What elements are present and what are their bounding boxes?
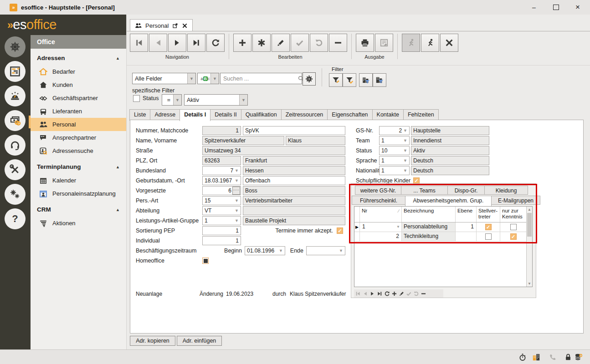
- nur-zur-kenntnis-checkbox[interactable]: ✓: [510, 233, 517, 240]
- database-sync-icon[interactable]: [574, 353, 582, 361]
- tab-zeitressourcen[interactable]: Zeitressourcen: [281, 109, 328, 121]
- geburtsdatum-field[interactable]: 18.03.1967▼: [202, 176, 241, 185]
- branch-filter-all-button[interactable]: [373, 73, 386, 87]
- chevron-down-icon[interactable]: ▼: [235, 167, 239, 175]
- lookup-button[interactable]: ···: [232, 187, 240, 195]
- cell-nur-zur-kenntnis[interactable]: ✓: [500, 232, 527, 241]
- adr-einf-gen-button[interactable]: Adr. einfügen: [177, 336, 222, 346]
- grid-edit-button[interactable]: [399, 291, 405, 297]
- open-external-icon[interactable]: [172, 23, 178, 29]
- grid-row[interactable]: ▶1▼Personalabteilung1✓: [354, 222, 532, 232]
- status-operator-select[interactable]: = ▼: [162, 94, 182, 106]
- grid-column-header[interactable]: Bezeichnung: [402, 207, 456, 222]
- schulpflichtige-kinder-checkbox[interactable]: ✓: [413, 177, 420, 184]
- collapse-caret-icon[interactable]: ▲: [116, 51, 120, 65]
- status-field[interactable]: Aktiv: [411, 146, 489, 155]
- chevron-down-icon[interactable]: ▼: [403, 147, 407, 155]
- branch-switch-icon[interactable]: [532, 353, 540, 361]
- cell-nur-zur-kenntnis[interactable]: [500, 222, 527, 232]
- grid-next-button[interactable]: [369, 291, 375, 297]
- cell-nr[interactable]: 1▼: [360, 222, 402, 232]
- tab-fehlzeiten[interactable]: Fehlzeiten: [403, 109, 439, 121]
- vorname-field[interactable]: Klaus: [286, 136, 345, 145]
- sidebar-item-ansprechpartner[interactable]: “”Ansprechpartner: [31, 131, 126, 144]
- grid-scrollbar[interactable]: ▲▼: [526, 207, 532, 287]
- homeoffice-checkbox[interactable]: [202, 258, 209, 264]
- grid-add-button[interactable]: [391, 291, 397, 297]
- rail-help-icon[interactable]: ?: [5, 208, 26, 229]
- chevron-down-icon[interactable]: ▼: [396, 222, 400, 232]
- rail-helm-icon[interactable]: [5, 36, 26, 57]
- bundesland-field[interactable]: Hessen: [243, 166, 345, 175]
- status-filter-checkbox[interactable]: [133, 95, 140, 102]
- chevron-down-icon[interactable]: ▼: [235, 217, 239, 225]
- refresh-button[interactable]: [206, 34, 225, 52]
- walk-mode-button[interactable]: [402, 34, 420, 52]
- ende-field[interactable]: ▼: [306, 246, 345, 255]
- cell-stellvertreter[interactable]: [477, 232, 500, 241]
- cell-nr[interactable]: 2: [360, 232, 402, 241]
- geburtsort-field[interactable]: Offenbach: [243, 176, 345, 185]
- vorgesetzte-nr-field[interactable]: 6···: [202, 186, 241, 195]
- stellvertreter-checkbox[interactable]: [485, 233, 492, 240]
- scroll-down-icon[interactable]: ▼: [527, 282, 532, 286]
- grid-last-button[interactable]: [377, 291, 383, 297]
- name-field[interactable]: Spitzenverkäufer: [202, 136, 284, 145]
- sidebar-section-crm[interactable]: CRM▲: [31, 203, 126, 217]
- vorgesetzte-field[interactable]: Boss: [243, 186, 345, 195]
- delete-record-button[interactable]: [329, 34, 347, 52]
- chevron-down-icon[interactable]: ▼: [235, 177, 239, 185]
- nationalitaet-field[interactable]: Deutsch: [411, 166, 489, 175]
- chevron-down-icon[interactable]: ▼: [403, 157, 407, 165]
- nummer-field[interactable]: 1: [202, 126, 241, 135]
- tab-eigenschaften[interactable]: Eigenschaften: [327, 109, 372, 121]
- persart-field[interactable]: Vertriebsmitarbeiter: [243, 196, 345, 205]
- grid-delete-button[interactable]: [421, 291, 426, 297]
- rail-headset-icon[interactable]: [5, 135, 26, 156]
- phone-icon[interactable]: [549, 353, 557, 361]
- export-list-button[interactable]: [375, 34, 393, 52]
- cell-stellvertreter[interactable]: ✓: [477, 222, 500, 232]
- cell-ebene[interactable]: 1: [456, 222, 477, 232]
- document-tab-personal[interactable]: Personal: [130, 19, 193, 31]
- collapse-caret-icon[interactable]: ▲: [116, 203, 120, 217]
- sprache-nr-field[interactable]: 1▼: [379, 156, 410, 165]
- first-record-button[interactable]: [130, 34, 148, 52]
- ort-field[interactable]: Frankfurt: [243, 156, 345, 165]
- panel-tab-f-hrerscheinkl-[interactable]: Führerscheinkl.: [352, 196, 405, 205]
- sidebar-item-lieferanten[interactable]: Lieferanten: [31, 105, 126, 118]
- sidebar-item-kunden[interactable]: Kunden: [31, 78, 126, 91]
- chevron-down-icon[interactable]: ▼: [403, 136, 407, 145]
- status-value-select[interactable]: Aktiv ▼: [184, 94, 248, 106]
- matchcode-field[interactable]: SpVK: [243, 126, 345, 135]
- tab-details-i[interactable]: Details I: [180, 109, 210, 121]
- tab-kontakte[interactable]: Kontakte: [372, 109, 404, 121]
- bundesland-nr-field[interactable]: 7▼: [202, 166, 241, 175]
- edit-record-button[interactable]: [272, 34, 290, 52]
- maximize-button[interactable]: [551, 3, 561, 12]
- nationalitaet-nr-field[interactable]: 1▼: [379, 166, 410, 175]
- sidebar-item-kalender[interactable]: Kalender: [31, 174, 126, 187]
- filter-edit-button[interactable]: [329, 73, 343, 87]
- collapse-caret-icon[interactable]: ▲: [116, 160, 120, 174]
- lag-field[interactable]: Baustelle Projekt: [243, 216, 345, 225]
- panel-tab-kleidung[interactable]: Kleidung: [484, 186, 528, 195]
- abteilung-nr-field[interactable]: VT▼: [202, 206, 241, 215]
- gs-name-field[interactable]: Hauptstelle: [411, 126, 489, 135]
- grid-column-header[interactable]: Stellver- treter: [477, 207, 500, 222]
- persart-nr-field[interactable]: 15▼: [202, 196, 241, 205]
- minimize-button[interactable]: –: [529, 3, 539, 12]
- grid-column-header[interactable]: nur zur Kenntnis: [500, 207, 527, 222]
- nur-zur-kenntnis-checkbox[interactable]: [510, 224, 517, 230]
- chevron-down-icon[interactable]: ▼: [403, 167, 407, 175]
- close-module-button[interactable]: [440, 34, 458, 52]
- new-record-button[interactable]: [252, 34, 271, 52]
- tab-adresse[interactable]: Adresse: [150, 109, 180, 121]
- chevron-down-icon[interactable]: ▼: [173, 95, 181, 105]
- panel-tab-abwesenheitsgenehm-grup-[interactable]: Abwesenheitsgenehm. Grup.: [405, 196, 492, 206]
- search-settings-button[interactable]: [303, 72, 316, 86]
- grid-column-header[interactable]: Ebene: [456, 207, 477, 222]
- cancel-edit-button[interactable]: [310, 34, 328, 52]
- previous-record-button[interactable]: [149, 34, 167, 52]
- lock-icon[interactable]: [564, 353, 572, 361]
